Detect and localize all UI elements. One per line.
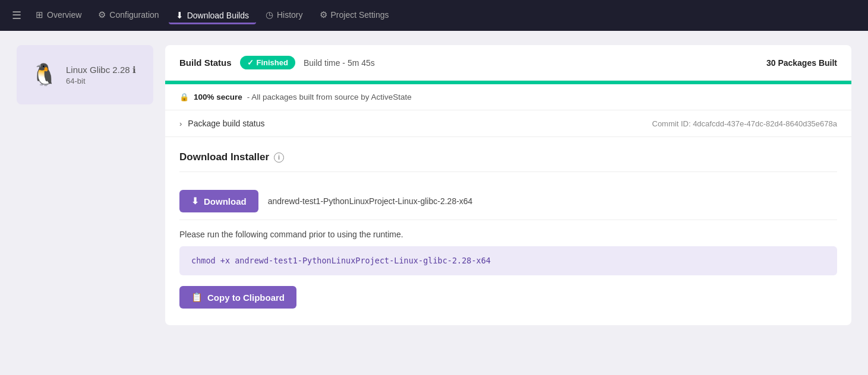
download-row: ⬇ Download andrewd-test1-PythonLinuxProj… [179,183,837,220]
main-content: 🐧 Linux Glibc 2.28 ℹ 64-bit Build Status… [0,31,868,339]
finished-badge: ✓ Finished [240,56,295,69]
command-box: chmod +x andrewd-test1-PythonLinuxProjec… [179,246,837,275]
nav-download-builds[interactable]: ⬇ Download Builds [169,7,256,24]
nav-project-settings-label: Project Settings [331,10,389,20]
command-text: chmod +x andrewd-test1-PythonLinuxProjec… [191,256,491,265]
nav-overview[interactable]: ⊞ Overview [29,6,89,26]
right-panel: Build Status ✓ Finished Build time - 5m … [165,45,851,325]
build-status-label: Build Status [179,58,232,68]
nav-configuration[interactable]: ⚙ Configuration [91,6,166,26]
package-status-row[interactable]: › Package build status Commit ID: 4dcafc… [165,110,851,137]
history-icon: ◷ [266,9,273,20]
linux-icon: 🐧 [31,62,58,87]
project-settings-icon: ⚙ [320,9,327,20]
secure-bold: 100% secure [194,93,242,101]
chevron-right-icon: › [179,119,182,128]
platform-glibc: Glibc 2.28 ℹ [87,65,136,75]
download-installer-section: Download Installer i ⬇ Download andrewd-… [165,137,851,325]
download-installer-label: Download Installer [179,151,269,163]
packages-label: Packages Built [778,58,837,68]
checkmark-icon: ✓ [247,58,254,67]
commit-id: Commit ID: 4dcafcdd-437e-47dc-82d4-8640d… [652,119,838,128]
packages-count: 30 [766,58,776,68]
secure-row: 🔒 100% secure - All packages built from … [165,84,851,110]
download-filename: andrewd-test1-PythonLinuxProject-Linux-g… [268,196,473,206]
build-time: Build time - 5m 45s [304,58,375,68]
nav-history[interactable]: ◷ History [258,6,310,26]
command-note: Please run the following command prior t… [179,230,837,239]
configuration-icon: ⚙ [98,9,106,20]
nav-download-builds-label: Download Builds [187,11,249,20]
download-btn-icon: ⬇ [191,196,199,206]
overview-icon: ⊞ [36,9,43,20]
copy-to-clipboard-button[interactable]: 📋 Copy to Clipboard [179,286,296,309]
platform-name: Linux Glibc 2.28 ℹ [66,65,136,75]
packages-built: 30 Packages Built [766,58,837,68]
secure-rest: - All packages built from source by Acti… [247,93,412,101]
nav-overview-label: Overview [47,10,81,20]
download-btn-label: Download [204,196,247,206]
nav-history-label: History [277,10,303,20]
finished-text: Finished [257,58,288,67]
commit-label: Commit ID: [652,119,691,128]
platform-info: Linux Glibc 2.28 ℹ 64-bit [66,65,136,85]
download-builds-icon: ⬇ [176,10,184,21]
hamburger-icon[interactable]: ☰ [12,9,21,22]
nav-project-settings[interactable]: ⚙ Project Settings [313,6,396,26]
copy-icon: 📋 [191,292,203,303]
lock-icon: 🔒 [179,93,189,101]
platform-os: Linux [66,65,87,75]
platform-bits: 64-bit [66,77,136,85]
commit-hash: 4dcafcdd-437e-47dc-82d4-8640d35e678a [693,119,837,128]
nav-configuration-label: Configuration [109,10,159,20]
platform-card: 🐧 Linux Glibc 2.28 ℹ 64-bit [17,45,153,104]
download-installer-title: Download Installer i [179,151,837,172]
copy-label: Copy to Clipboard [207,293,285,303]
build-status-row: Build Status ✓ Finished Build time - 5m … [165,45,851,81]
download-button[interactable]: ⬇ Download [179,190,258,212]
package-status-label: Package build status [188,119,264,128]
installer-info-icon[interactable]: i [274,152,284,163]
navbar: ☰ ⊞ Overview ⚙ Configuration ⬇ Download … [0,0,868,31]
